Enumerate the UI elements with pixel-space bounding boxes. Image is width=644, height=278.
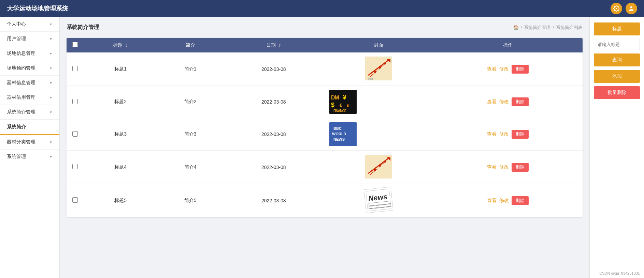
select-all-checkbox[interactable] bbox=[72, 42, 78, 47]
svg-point-7 bbox=[384, 62, 386, 64]
breadcrumb-part2: 系统简介列表 bbox=[556, 25, 583, 31]
cell-cover: DM ¥ $ € £ FINANCE bbox=[324, 86, 433, 118]
chevron-down-icon: ▼ bbox=[49, 96, 53, 99]
delete-btn-5[interactable]: 删除 bbox=[512, 196, 529, 205]
cell-title: 标题4 bbox=[84, 151, 157, 184]
cell-checkbox bbox=[67, 118, 84, 151]
svg-text:WORLD: WORLD bbox=[332, 132, 346, 136]
chevron-down-icon: ▼ bbox=[49, 140, 53, 144]
cell-actions: 查看 修改 删除 bbox=[433, 151, 583, 184]
row2-checkbox[interactable] bbox=[72, 99, 78, 104]
svg-point-24 bbox=[374, 169, 376, 171]
row3-checkbox[interactable] bbox=[72, 131, 78, 137]
col-date[interactable]: 日期 ⇕ bbox=[223, 38, 324, 52]
cell-checkbox bbox=[67, 86, 84, 118]
header-icons bbox=[611, 3, 637, 14]
sidebar-item-equipment-category[interactable]: 器材分类管理 ▼ bbox=[0, 135, 59, 150]
cover-image-5: News ■■■■■■■■■■■■■■■■■■■ ■■■■■■■■■■■■■■■… bbox=[363, 187, 393, 213]
svg-point-25 bbox=[379, 165, 381, 167]
cell-checkbox bbox=[67, 151, 84, 184]
svg-text:DM: DM bbox=[331, 95, 339, 101]
sidebar-item-equipment-info[interactable]: 器材信息管理 ▼ bbox=[0, 76, 59, 90]
edit-btn-1[interactable]: 修改 bbox=[499, 66, 509, 72]
row1-checkbox[interactable] bbox=[72, 66, 78, 71]
col-cover: 封面 bbox=[324, 38, 433, 52]
view-btn-4[interactable]: 查看 bbox=[487, 164, 497, 170]
cell-date: 2022-03-08 bbox=[223, 118, 324, 151]
table-row: 标题4 简介4 2022-03-08 bbox=[67, 151, 583, 184]
sidebar-item-venue-info[interactable]: 场地信息管理 ▼ bbox=[0, 46, 59, 61]
cell-intro: 简介3 bbox=[157, 118, 223, 151]
cell-date: 2022-03-08 bbox=[223, 184, 324, 217]
cell-title: 标题3 bbox=[84, 118, 157, 151]
svg-text:$: $ bbox=[331, 102, 334, 108]
sidebar-item-system-intro-mgmt[interactable]: 系统简介管理 ▼ bbox=[0, 105, 59, 120]
cover-svg-5: News ■■■■■■■■■■■■■■■■■■■ ■■■■■■■■■■■■■■■… bbox=[364, 187, 393, 213]
breadcrumb-sep2: / bbox=[553, 25, 554, 30]
cell-date: 2022-03-08 bbox=[223, 52, 324, 86]
cover-svg-4 bbox=[365, 155, 392, 179]
main-layout: 个人中心 ▼ 用户管理 ▼ 场地信息管理 ▼ 场地预约管理 ▼ 器材信息管理 ▼… bbox=[0, 17, 644, 278]
table-row: 标题3 简介3 2022-03-08 BBC WORLD NEWS bbox=[67, 118, 583, 151]
edit-btn-2[interactable]: 修改 bbox=[499, 99, 509, 105]
sort-title-icon: ⇕ bbox=[125, 43, 128, 47]
cell-intro: 简介2 bbox=[157, 86, 223, 118]
view-btn-2[interactable]: 查看 bbox=[487, 99, 497, 105]
query-btn[interactable]: 查询 bbox=[594, 53, 640, 66]
title-label-btn: 标题 bbox=[594, 22, 640, 35]
col-intro: 简介 bbox=[157, 38, 223, 52]
cell-date: 2022-03-08 bbox=[223, 151, 324, 184]
view-btn-5[interactable]: 查看 bbox=[487, 198, 497, 204]
page-title: 系统简介管理 bbox=[67, 24, 99, 31]
sidebar-item-personal-center[interactable]: 个人中心 ▼ bbox=[0, 17, 59, 32]
title-search-input[interactable] bbox=[594, 39, 640, 50]
cell-intro: 简介1 bbox=[157, 52, 223, 86]
col-action: 操作 bbox=[433, 38, 583, 52]
table-row: 标题1 简介1 2022-03-08 bbox=[67, 52, 583, 86]
sidebar-item-system-management[interactable]: 系统管理 ▼ bbox=[0, 150, 59, 164]
cell-intro: 简介4 bbox=[157, 151, 223, 184]
edit-btn-3[interactable]: 修改 bbox=[499, 131, 509, 137]
breadcrumb-sep1: / bbox=[521, 25, 522, 30]
sidebar-item-venue-booking[interactable]: 场地预约管理 ▼ bbox=[0, 61, 59, 76]
delete-btn-1[interactable]: 删除 bbox=[512, 65, 529, 74]
cell-title: 标题5 bbox=[84, 184, 157, 217]
delete-btn-2[interactable]: 删除 bbox=[512, 97, 529, 106]
cell-intro: 简介5 bbox=[157, 184, 223, 217]
add-btn[interactable]: 添加 bbox=[594, 70, 640, 83]
sidebar: 个人中心 ▼ 用户管理 ▼ 场地信息管理 ▼ 场地预约管理 ▼ 器材信息管理 ▼… bbox=[0, 17, 60, 278]
breadcrumb-part1: 系统简介管理 bbox=[524, 25, 550, 31]
cell-actions: 查看 修改 删除 bbox=[433, 118, 583, 151]
delete-btn-4[interactable]: 删除 bbox=[512, 163, 529, 172]
settings-icon-btn[interactable] bbox=[611, 3, 622, 14]
sidebar-item-equipment-borrow[interactable]: 器材借用管理 ▼ bbox=[0, 90, 59, 105]
home-icon: 🏠 bbox=[513, 25, 519, 30]
col-title[interactable]: 标题 ⇕ bbox=[84, 38, 157, 52]
chevron-down-icon: ▼ bbox=[49, 37, 53, 41]
cell-actions: 查看 修改 删除 bbox=[433, 52, 583, 86]
sidebar-item-system-intro[interactable]: 系统简介 bbox=[0, 120, 59, 135]
svg-point-0 bbox=[630, 6, 632, 8]
cover-image-4 bbox=[365, 155, 392, 179]
view-btn-3[interactable]: 查看 bbox=[487, 131, 497, 137]
cell-cover bbox=[324, 151, 433, 184]
svg-text:BBC: BBC bbox=[333, 126, 342, 130]
batch-delete-btn[interactable]: 批量删除 bbox=[594, 86, 640, 99]
cover-svg-1: chart bbox=[365, 57, 392, 80]
row5-checkbox[interactable] bbox=[72, 197, 78, 203]
view-btn-1[interactable]: 查看 bbox=[487, 66, 497, 72]
breadcrumb: 🏠 / 系统简介管理 / 系统简介列表 bbox=[513, 25, 583, 31]
row4-checkbox[interactable] bbox=[72, 164, 78, 169]
table-header-row: 标题 ⇕ 简介 日期 ⇕ 封面 bbox=[67, 38, 583, 52]
header: 大学运动场地管理系统 bbox=[0, 0, 644, 17]
cell-actions: 查看 修改 删除 bbox=[433, 184, 583, 217]
delete-btn-3[interactable]: 删除 bbox=[512, 130, 529, 139]
table-row: 标题5 简介5 2022-03-08 News ■■■■■■■■■■■■■■ bbox=[67, 184, 583, 217]
edit-btn-5[interactable]: 修改 bbox=[499, 198, 509, 204]
cell-cover: chart bbox=[324, 52, 433, 86]
app-title: 大学运动场地管理系统 bbox=[7, 4, 68, 13]
edit-btn-4[interactable]: 修改 bbox=[499, 164, 509, 170]
cell-checkbox bbox=[67, 184, 84, 217]
user-icon-btn[interactable] bbox=[626, 3, 637, 14]
sidebar-item-user-management[interactable]: 用户管理 ▼ bbox=[0, 32, 59, 46]
